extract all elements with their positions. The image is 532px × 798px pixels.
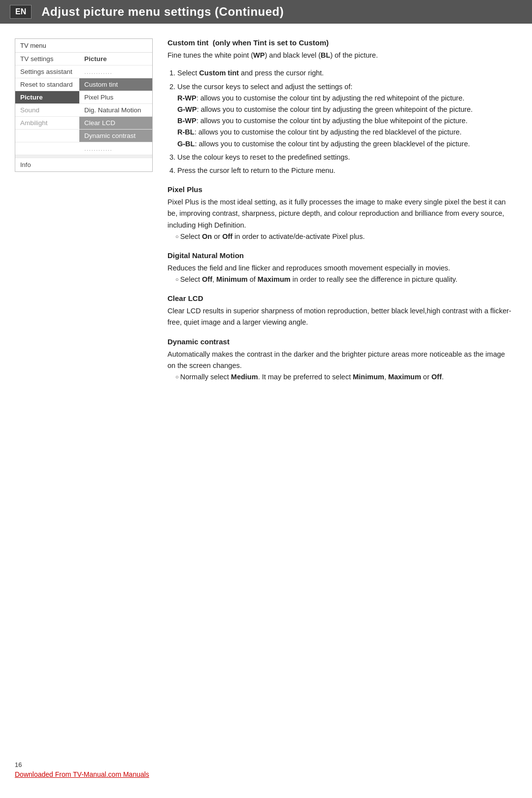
dynamic-contrast-title: Dynamic contrast [167,337,512,346]
digital-natural-motion-title: Digital Natural Motion [167,251,512,260]
menu-left-sound: Sound [15,104,79,116]
menu-left-settings-assistant: Settings assistant [15,66,79,78]
right-content: Custom tint (only when Tint is set to Cu… [167,38,517,392]
custom-tint-desc: Fine tunes the white point (WP) and blac… [167,50,512,61]
clear-lcd-title: Clear LCD [167,294,512,302]
pixel-plus-title: Pixel Plus [167,185,512,194]
pixel-plus-bullets: Select On or Off in order to activate/de… [175,231,512,242]
page-footer: 16 Downloaded From TV-Manual.com Manuals [15,761,517,778]
section-pixel-plus: Pixel Plus Pixel Plus is the most ideal … [167,185,512,242]
menu-right-dots2: ............ [79,142,152,155]
dynamic-contrast-bullets: Normally select Medium. It may be prefer… [175,371,512,383]
menu-left-picture: Picture [15,91,79,103]
menu-info: Info [15,158,152,171]
menu-left-blank2 [15,142,79,155]
page-title: Adjust picture menu settings (Continued) [41,5,284,19]
digital-natural-motion-body: Reduces the field and line flicker and r… [167,263,512,274]
digital-natural-motion-bullet-1: Select Off, Minimum of Maximum in order … [175,274,512,285]
menu-row-dynamic: Dynamic contrast [15,130,152,142]
menu-right-pixel-plus: Pixel Plus [79,91,152,103]
menu-right-dig-natural: Dig. Natural Motion [79,104,152,116]
tv-menu-box: TV menu TV settings Picture Settings ass… [15,38,153,172]
pixel-plus-bullet-1: Select On or Off in order to activate/de… [175,231,512,242]
section-digital-natural-motion: Digital Natural Motion Reduces the field… [167,251,512,285]
menu-left-reset: Reset to standard [15,78,79,91]
menu-left-ambilight: Ambilight [15,117,79,129]
menu-row-sound: Sound Dig. Natural Motion [15,104,152,117]
menu-row-dots2: ............ [15,142,152,155]
tv-menu-title: TV menu [15,39,152,53]
menu-left-tv-settings: TV settings [15,53,79,65]
menu-row-reset: Reset to standard Custom tint [15,78,152,91]
main-content: TV menu TV settings Picture Settings ass… [0,38,532,392]
menu-left-blank1 [15,130,79,142]
pixel-plus-body: Pixel Plus is the most ideal setting, as… [167,197,512,231]
en-badge: EN [10,5,32,19]
dynamic-contrast-bullet-1: Normally select Medium. It may be prefer… [175,371,512,383]
menu-row-ambilight: Ambilight Clear LCD [15,117,152,130]
digital-natural-motion-bullets: Select Off, Minimum of Maximum in order … [175,274,512,285]
menu-right-dynamic-contrast: Dynamic contrast [79,130,152,142]
menu-right-dots1: ............ [79,66,152,78]
page-number: 16 [15,761,517,768]
step-2: Use the cursor keys to select and adjust… [177,81,512,150]
menu-row-picture: Picture Pixel Plus [15,91,152,104]
section-custom-tint: Custom tint (only when Tint is set to Cu… [167,38,512,176]
custom-tint-steps: Select Custom tint and press the cursor … [177,67,512,176]
step-4: Press the cursor left to return to the P… [177,165,512,176]
menu-right-picture: Picture [79,53,152,65]
footer-link[interactable]: Downloaded From TV-Manual.com Manuals [15,770,517,778]
dynamic-contrast-body: Automatically makes the contrast in the … [167,349,512,371]
page-header: EN Adjust picture menu settings (Continu… [0,0,532,24]
step-1: Select Custom tint and press the cursor … [177,67,512,79]
menu-row-tv-settings: TV settings Picture [15,53,152,66]
custom-tint-title: Custom tint (only when Tint is set to Cu… [167,38,512,47]
section-clear-lcd: Clear LCD Clear LCD results in superior … [167,294,512,328]
menu-right-custom-tint: Custom tint [79,78,152,91]
step-3: Use the colour keys to reset to the pred… [177,152,512,163]
nav-panel: TV menu TV settings Picture Settings ass… [15,38,153,392]
menu-right-clear-lcd: Clear LCD [79,117,152,129]
section-dynamic-contrast: Dynamic contrast Automatically makes the… [167,337,512,383]
menu-row-settings-assistant: Settings assistant ............ [15,66,152,78]
clear-lcd-body: Clear LCD results in superior sharpness … [167,305,512,328]
